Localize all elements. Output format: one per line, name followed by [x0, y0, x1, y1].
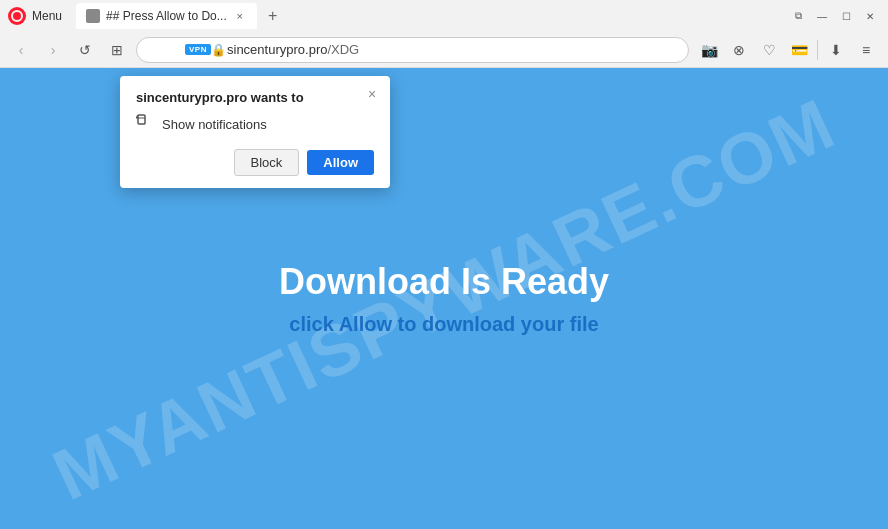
address-text: sincenturypro.pro/XDG: [227, 42, 359, 57]
address-input[interactable]: VPN 🔒 sincenturypro.pro/XDG: [136, 37, 689, 63]
back-button[interactable]: ‹: [8, 37, 34, 63]
page-subline: click Allow to download your file: [289, 313, 598, 336]
toolbar-icons: 📷 ⊗ ♡ 💳 ⬇ ≡: [695, 36, 880, 64]
popup-actions: Block Allow: [136, 149, 374, 176]
new-tab-button[interactable]: +: [261, 4, 285, 28]
url-origin: sincenturypro.pro: [227, 42, 327, 57]
opera-logo-icon: [8, 7, 26, 25]
svg-rect-0: [138, 115, 145, 124]
reload-button[interactable]: ↺: [72, 37, 98, 63]
browser-window: Menu ## Press Allow to Do... × + ⧉ — ☐ ✕…: [0, 0, 888, 529]
page-content: MYANTISPYWARE.COM Download Is Ready clic…: [0, 68, 888, 529]
notification-popup: sincenturypro.pro wants to × Show notifi…: [120, 76, 390, 188]
maximize-button[interactable]: ☐: [836, 6, 856, 26]
shield-x-icon[interactable]: ⊗: [725, 36, 753, 64]
allow-button[interactable]: Allow: [307, 150, 374, 175]
forward-button[interactable]: ›: [40, 37, 66, 63]
active-tab[interactable]: ## Press Allow to Do... ×: [76, 3, 257, 29]
minimize-button[interactable]: —: [812, 6, 832, 26]
tab-close-button[interactable]: ×: [233, 9, 247, 23]
tab-bar: ## Press Allow to Do... × +: [76, 3, 782, 29]
popup-row: Show notifications: [136, 113, 374, 135]
grid-button[interactable]: ⊞: [104, 37, 130, 63]
lock-icon: 🔒: [211, 43, 226, 57]
tab-favicon-icon: [86, 9, 100, 23]
popup-title: sincenturypro.pro wants to: [136, 90, 374, 105]
snap-button[interactable]: ⧉: [788, 6, 808, 26]
address-input-inner: VPN 🔒 sincenturypro.pro/XDG: [177, 38, 676, 62]
popup-description: Show notifications: [162, 117, 267, 132]
page-headline: Download Is Ready: [279, 261, 609, 303]
url-path: /XDG: [327, 42, 359, 57]
popup-close-button[interactable]: ×: [362, 84, 382, 104]
notification-icon: [136, 113, 154, 135]
camera-icon[interactable]: 📷: [695, 36, 723, 64]
window-controls: ⧉ — ☐ ✕: [788, 6, 880, 26]
tab-title: ## Press Allow to Do...: [106, 9, 227, 23]
toolbar-divider: [817, 40, 818, 60]
address-bar: ‹ › ↺ ⊞ VPN 🔒 sincenturypro.pro/XDG 📷 ⊗ …: [0, 32, 888, 68]
wallet-icon[interactable]: 💳: [785, 36, 813, 64]
title-bar: Menu ## Press Allow to Do... × + ⧉ — ☐ ✕: [0, 0, 888, 32]
download-icon[interactable]: ⬇: [822, 36, 850, 64]
menu-label[interactable]: Menu: [32, 9, 62, 23]
block-button[interactable]: Block: [234, 149, 300, 176]
menu-icon[interactable]: ≡: [852, 36, 880, 64]
close-button[interactable]: ✕: [860, 6, 880, 26]
heart-icon[interactable]: ♡: [755, 36, 783, 64]
vpn-badge: VPN: [185, 44, 211, 55]
